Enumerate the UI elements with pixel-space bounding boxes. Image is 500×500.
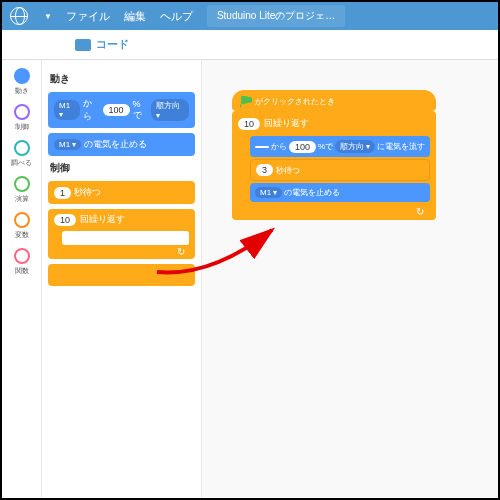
code-icon (75, 39, 91, 51)
dot-icon (14, 104, 30, 120)
menu-edit[interactable]: 編集 (124, 9, 146, 24)
green-flag-icon (240, 95, 252, 107)
chevron-down-icon: ▼ (44, 12, 52, 21)
block-wait[interactable]: 1 秒待つ (48, 181, 195, 204)
dot-icon (14, 176, 30, 192)
block-repeat[interactable]: 10 回繰り返す ↻ (48, 209, 195, 259)
tab-row: コード (2, 30, 498, 60)
ws-repeat-block[interactable]: 10 回繰り返す から 100 %で 順方向 ▾ に電気を流す 3 秒待つ (232, 111, 436, 220)
ws-motor-stop-block[interactable]: M1 ▾ の電気を止める (250, 183, 430, 202)
palette-control-title: 制御 (50, 161, 195, 175)
repeat-body: から 100 %で 順方向 ▾ に電気を流す 3 秒待つ M1 ▾ の電気を止め… (248, 132, 430, 206)
category-control[interactable]: 制御 (14, 104, 30, 132)
category-operators[interactable]: 演算 (14, 176, 30, 204)
block-loop-partial[interactable] (48, 264, 195, 286)
block-motor-stop[interactable]: M1 ▾ の電気を止める (48, 133, 195, 156)
category-motion[interactable]: 動き (14, 68, 30, 96)
tab-code[interactable]: コード (2, 37, 202, 52)
menu-file[interactable]: ファイル (66, 9, 110, 24)
dot-icon (14, 68, 30, 84)
category-variables[interactable]: 変数 (14, 212, 30, 240)
dot-icon (14, 140, 30, 156)
c-mouth (62, 231, 189, 245)
ws-motor-power-block[interactable]: から 100 %で 順方向 ▾ に電気を流す (250, 136, 430, 157)
category-functions[interactable]: 関数 (14, 248, 30, 276)
globe-icon[interactable] (10, 7, 28, 25)
menu-help[interactable]: ヘルプ (160, 9, 193, 24)
category-sensing[interactable]: 調べる (11, 140, 32, 168)
category-list: 動き 制御 調べる 演算 変数 関数 (2, 60, 42, 498)
tab-code-label: コード (96, 37, 129, 52)
dot-icon (14, 248, 30, 264)
dot-icon (14, 212, 30, 228)
workspace[interactable]: がクリックされたとき 10 回繰り返す から 100 %で 順方向 ▾ に電気を… (202, 60, 498, 498)
loop-arrow-icon: ↻ (416, 206, 424, 217)
block-motor-power[interactable]: M1 ▾ から 100 %で 順方向 ▾ (48, 92, 195, 128)
hat-block-when-clicked[interactable]: がクリックされたとき (232, 90, 436, 111)
loop-arrow-icon: ↻ (177, 246, 185, 257)
palette-motion-title: 動き (50, 72, 195, 86)
ws-wait-block[interactable]: 3 秒待つ (250, 159, 430, 181)
menubar: ▼ ファイル 編集 ヘルプ Studuino Liteのプロジェ… (2, 2, 498, 30)
main-area: 動き 制御 調べる 演算 変数 関数 動き M1 ▾ から 100 %で 順方向… (2, 60, 498, 498)
project-title[interactable]: Studuino Liteのプロジェ… (207, 5, 345, 27)
script-stack[interactable]: がクリックされたとき 10 回繰り返す から 100 %で 順方向 ▾ に電気を… (232, 90, 436, 220)
block-palette: 動き M1 ▾ から 100 %で 順方向 ▾ M1 ▾ の電気を止める 制御 … (42, 60, 202, 498)
